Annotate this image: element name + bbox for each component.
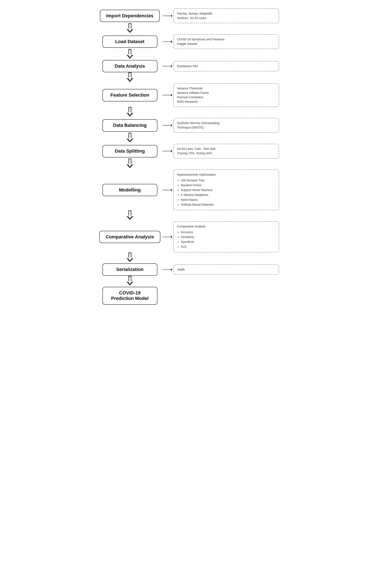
note-arrow-feature-line	[163, 95, 170, 95]
flow-box-feature: Feature Selection	[102, 89, 157, 101]
note-box-balancing: Synthetic Minority Oversampling Techniqu…	[173, 118, 279, 133]
connector-spacer-1	[163, 23, 279, 34]
connector-spacer-4	[163, 107, 279, 118]
note-arrow-serial-head	[170, 268, 172, 271]
arrow-point-6	[127, 164, 133, 168]
note-arrow-splitting	[163, 150, 172, 152]
note-col-balancing: Synthetic Minority Oversampling Techniqu…	[173, 118, 279, 133]
flow-box-modelling: Modelling	[102, 184, 157, 196]
note-arrow-modelling-line	[163, 190, 170, 190]
flow-box-analysis: Data Analysis	[102, 60, 157, 72]
step-row-load: Load Dataset COVID-19 Symptoms and Prese…	[97, 34, 279, 49]
arrow-shaft-9	[128, 276, 131, 282]
note-arrow-serial	[163, 268, 172, 271]
note-arrow-load	[163, 40, 172, 43]
connector-row-5	[97, 133, 163, 144]
note-list-modelling: J48 Decision Tree Random Forest Support …	[181, 178, 275, 207]
step-row-serial: Serialization Joblib	[97, 263, 279, 276]
box-col-balancing: Data Balancing	[97, 119, 163, 131]
flow-box-final-label: COVID-19 Prediction Model	[111, 290, 149, 301]
flow-box-splitting: Data Splitting	[102, 145, 157, 157]
step-row-modelling: Modelling Hyperparameter Optimization J4…	[97, 169, 279, 210]
note-text-serial: Joblib	[177, 268, 185, 271]
note-box-import: Pandas, Numpy, Matplotlib Seaborn, Sci-k…	[173, 9, 279, 23]
arrow-col-comparative	[163, 236, 173, 238]
arrow-point-9	[127, 282, 133, 285]
note-col-modelling: Hyperparameter Optimization J48 Decision…	[173, 169, 279, 210]
hollow-arrow-9	[127, 276, 133, 287]
note-list-modelling-1: Random Forest	[181, 183, 275, 188]
note-arrow-comparative	[163, 236, 172, 238]
note-arrow-balancing	[163, 124, 172, 126]
arrow-shaft-5	[128, 133, 131, 139]
arrow-col-load	[163, 40, 173, 43]
arrow-point-8	[127, 258, 133, 262]
connector-5	[97, 133, 279, 144]
flow-box-load: Load Dataset	[102, 35, 157, 48]
arrow-shaft-3	[128, 72, 131, 78]
flow-box-modelling-label: Modelling	[119, 187, 141, 193]
note-col-splitting: Sci-kit Learn Train - Test Split Trainin…	[173, 144, 279, 158]
connector-9	[97, 276, 279, 287]
connector-row-6	[97, 158, 163, 169]
step-row-splitting: Data Splitting Sci-kit Learn Train - Tes…	[97, 144, 279, 158]
note-arrow-comparative-line	[163, 237, 170, 237]
step-row-feature: Feature Selection Variance Threshold Var…	[97, 83, 279, 107]
flow-box-balancing: Data Balancing	[102, 119, 157, 131]
note-text-import: Pandas, Numpy, Matplotlib Seaborn, Sci-k…	[177, 12, 212, 20]
final-box-col: COVID-19 Prediction Model	[97, 287, 163, 305]
note-list-comparative-0: Accuracy	[181, 230, 275, 234]
arrow-point-1	[127, 29, 133, 33]
note-arrow-analysis-head	[170, 65, 172, 67]
box-col-import: Import Dependencies	[97, 10, 163, 22]
note-arrow-feature-head	[170, 94, 172, 96]
note-list-comparative-2: Specificity	[181, 240, 275, 244]
arrow-col-splitting	[163, 150, 173, 152]
note-col-serial: Joblib	[173, 264, 279, 275]
flowchart-diagram: Import Dependencies Pandas, Numpy, Matpl…	[97, 9, 279, 305]
arrow-col-feature	[163, 94, 173, 96]
note-box-serial: Joblib	[173, 264, 279, 275]
note-list-modelling-0: J48 Decision Tree	[181, 178, 275, 183]
connector-4	[97, 107, 279, 118]
note-box-modelling: Hyperparameter Optimization J48 Decision…	[173, 169, 279, 210]
connector-row-7	[97, 210, 163, 221]
connector-spacer-5	[163, 133, 279, 144]
hollow-arrow-6	[127, 158, 133, 169]
hollow-arrow-5	[127, 133, 133, 144]
connector-spacer-2	[163, 49, 279, 60]
note-col-load: COVID-19 Symptoms and Presence Kaggle Da…	[173, 34, 279, 49]
flow-box-feature-label: Feature Selection	[111, 92, 149, 98]
connector-spacer-9	[163, 276, 279, 287]
box-col-modelling: Modelling	[97, 184, 163, 196]
note-arrow-import	[163, 15, 172, 17]
note-box-load: COVID-19 Symptoms and Presence Kaggle Da…	[173, 34, 279, 49]
arrow-shaft-1	[128, 23, 131, 29]
connector-row-3	[97, 72, 163, 83]
connector-spacer-3	[163, 72, 279, 83]
flow-box-serial-label: Serialization	[116, 267, 144, 272]
connector-6	[97, 158, 279, 169]
flow-box-import-label: Import Dependencies	[106, 13, 154, 18]
note-box-analysis: Distribution Plot	[173, 61, 279, 72]
box-col-load: Load Dataset	[97, 35, 163, 48]
flow-box-final: COVID-19 Prediction Model	[102, 287, 157, 305]
note-arrow-serial-line	[163, 270, 170, 270]
connector-row-9	[97, 276, 163, 287]
arrow-shaft-8	[128, 252, 131, 258]
note-text-load: COVID-19 Symptoms and Presence Kaggle Da…	[177, 38, 225, 45]
final-row: COVID-19 Prediction Model	[97, 287, 279, 305]
arrow-col-serial	[163, 268, 173, 271]
flow-box-splitting-label: Data Splitting	[115, 148, 145, 154]
note-list-comparative-1: Sensitivity	[181, 235, 275, 239]
note-arrow-splitting-head	[170, 150, 172, 152]
note-text-feature: Variance Threshold Variance Inflation Fa…	[177, 87, 209, 103]
note-list-modelling-5: Artificial Neural Networks	[181, 202, 275, 207]
hollow-arrow-3	[127, 72, 133, 83]
flow-box-comparative: Comparative Analysis	[99, 231, 160, 243]
hollow-arrow-1	[127, 23, 133, 34]
note-arrow-comparative-head	[170, 236, 172, 238]
arrow-shaft-6	[128, 158, 131, 164]
note-arrow-import-line	[163, 16, 170, 16]
connector-spacer-6	[163, 158, 279, 169]
